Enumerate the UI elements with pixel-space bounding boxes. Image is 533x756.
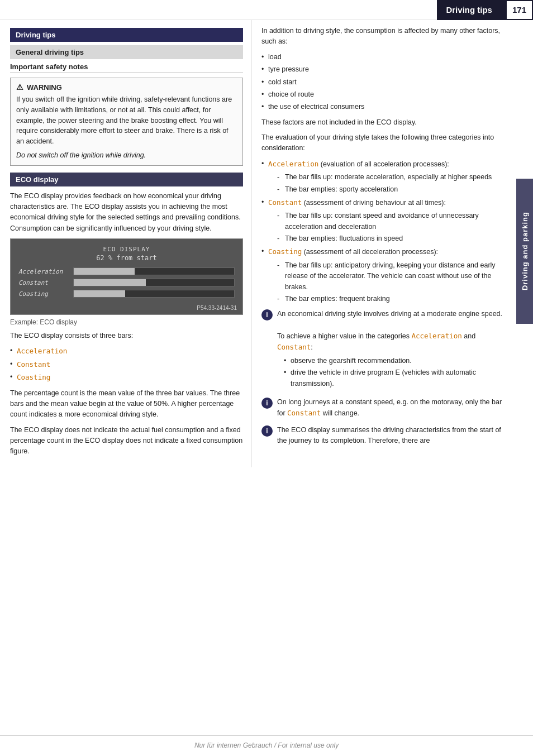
eco-bars-list: Acceleration Constant Coasting (10, 346, 243, 383)
coast-dash-1: The bar fills up: anticipatory driving, … (277, 260, 508, 293)
factors-note: These factors are not included in the EC… (261, 117, 508, 128)
info1b-const-label: Constant (277, 343, 311, 351)
acc-dash-2: The bar empties: sporty acceleration (277, 184, 508, 195)
category-acceleration-desc: (evaluation of all acceleration processe… (321, 160, 449, 168)
factor-electrical-consumers: the use of electrical consumers (261, 102, 508, 112)
info2-suffix: will change. (321, 409, 359, 417)
info1b-bullet-1: observe the gearshift recommendation. (284, 356, 508, 366)
eco-bar-item-constant-label: Constant (17, 360, 50, 369)
eco-display-screen-title: ECO DISPLAY (18, 246, 235, 253)
info-icon-1: i (261, 309, 273, 320)
eco-image-caption-text: Example: ECO display (10, 318, 243, 326)
factor-cold-start: cold start (261, 77, 508, 88)
left-column: Driving tips General driving tips Import… (0, 20, 251, 467)
info-note-3-text: The ECO display summarises the driving c… (277, 425, 508, 447)
side-tab: Driving and parking (516, 179, 533, 324)
eco-display-header: ECO display (10, 173, 243, 186)
footer: Nur für internen Gebrauch / For internal… (0, 735, 533, 756)
acc-dash-1: The bar fills up: moderate acceleration,… (277, 172, 508, 183)
constant-dash-list: The bar fills up: constant speed and avo… (277, 210, 508, 244)
category-constant-item: Constant (assessment of driving behaviou… (261, 197, 508, 245)
info-note-2: i On long journeys at a constant speed, … (261, 397, 508, 419)
eco-body-3: The percentage count is the mean value o… (10, 388, 243, 420)
warning-title-row: ⚠ WARNING (16, 83, 237, 92)
info1b-subbullets: observe the gearshift recommendation. dr… (284, 356, 508, 389)
factor-load: load (261, 52, 508, 63)
eco-bar-acceleration-row: Acceleration (18, 267, 235, 275)
general-driving-tips-header: General driving tips (10, 45, 243, 59)
warning-note-text: Do not switch off the ignition while dri… (16, 150, 237, 161)
info-note-1-content: An economical driving style involves dri… (277, 309, 508, 391)
info-note-3: i The ECO display summarises the driving… (261, 425, 508, 447)
footer-text: Nur für internen Gebrauch / For internal… (194, 741, 339, 749)
side-tab-label: Driving and parking (521, 212, 529, 290)
warning-label: WARNING (27, 83, 62, 92)
eco-bar-constant-track (73, 279, 235, 286)
right-column: In addition to driving style, the consum… (251, 20, 516, 467)
eco-bar-coasting-fill (74, 290, 125, 297)
const-dash-1: The bar fills up: constant speed and avo… (277, 210, 508, 232)
info1b-text-prefix: To achieve a higher value in the categor… (277, 332, 411, 340)
eco-body-4: The ECO display does not indicate the ac… (10, 425, 243, 457)
eco-bar-coasting-row: Coasting (18, 290, 235, 298)
eco-bar-item-constant: Constant (10, 359, 243, 370)
info1b-acc-label: Acceleration (411, 332, 461, 340)
info2-constant-highlight: Con­stant (287, 409, 321, 417)
info1-text: An economical driving style involves dri… (277, 310, 502, 318)
important-safety-notes-title: Important safety notes (10, 63, 243, 73)
eco-bar-coasting-track (73, 290, 235, 298)
header-title: Driving tips (437, 0, 506, 20)
eco-bar-item-coasting-label: Coasting (17, 373, 50, 381)
acceleration-dash-list: The bar fills up: moderate acceleration,… (277, 172, 508, 195)
coast-dash-2: The bar empties: frequent braking (277, 294, 508, 304)
eco-bar-constant-row: Constant (18, 279, 235, 286)
category-coasting-label: Coasting (268, 247, 302, 256)
eco-display-percent: 62 % from start (18, 254, 235, 262)
info-note-1: i An economical driving style involves d… (261, 309, 508, 391)
eco-bar-coasting-label: Coasting (18, 290, 69, 298)
eco-bar-acceleration-track (73, 267, 235, 275)
eco-bar-constant-fill (74, 279, 146, 286)
warning-body-text: If you switch off the ignition while dri… (16, 94, 237, 147)
page-number: 171 (506, 0, 533, 20)
driving-tips-header: Driving tips (10, 28, 243, 42)
warning-box: ⚠ WARNING If you switch off the ignition… (10, 78, 243, 166)
eco-body-1: The ECO display provides feedback on how… (10, 191, 243, 235)
info-note-2-text: On long journeys at a constant speed, e.… (277, 397, 508, 419)
info-icon-2: i (261, 398, 273, 409)
category-coasting-desc: (assessment of all deceleration processe… (304, 248, 438, 256)
factors-list: load tyre pressure cold start choice of … (261, 52, 508, 113)
info1b-colon: : (311, 343, 312, 351)
factor-tyre-pressure: tyre pressure (261, 64, 508, 75)
eco-bar-constant-label: Constant (18, 279, 69, 286)
eco-bar-acceleration-label: Acceleration (18, 268, 69, 275)
category-constant-desc: (assessment of driving behaviour at all … (304, 199, 446, 207)
eco-bar-item-coasting: Coasting (10, 372, 243, 383)
category-constant-label: Constant (268, 198, 302, 207)
factor-choice-of-route: choice of route (261, 89, 508, 100)
categories-list: Acceleration (evaluation of all accelera… (261, 159, 508, 305)
info-icon-3: i (261, 425, 273, 437)
category-coasting-item: Coasting (assessment of all deceleration… (261, 246, 508, 304)
eco-display-image: ECO DISPLAY 62 % from start Acceleration… (10, 238, 243, 315)
const-dash-2: The bar empties: fluctuations in speed (277, 233, 508, 244)
info1b-and: and (462, 332, 475, 340)
eco-bar-item-acceleration: Acceleration (10, 346, 243, 357)
info1b-bullet-2: drive the vehicle in drive program E (ve… (284, 367, 508, 389)
top-header: Driving tips 171 (0, 0, 533, 20)
eco-body-2: The ECO display consists of three bars: (10, 331, 243, 341)
eco-bar-item-acceleration-label: Acceleration (17, 347, 67, 355)
coasting-dash-list: The bar fills up: anticipatory driving, … (277, 260, 508, 305)
eco-bar-acceleration-fill (74, 268, 135, 275)
evaluation-text: The evaluation of your driving style tak… (261, 132, 508, 154)
warning-triangle-icon: ⚠ (16, 83, 23, 92)
category-acceleration-item: Acceleration (evaluation of all accelera… (261, 159, 508, 195)
eco-image-ref: P54.33-2414-31 (197, 305, 237, 311)
right-intro-text: In addition to driving style, the consum… (261, 26, 508, 47)
category-acceleration-label: Acceleration (268, 160, 318, 168)
